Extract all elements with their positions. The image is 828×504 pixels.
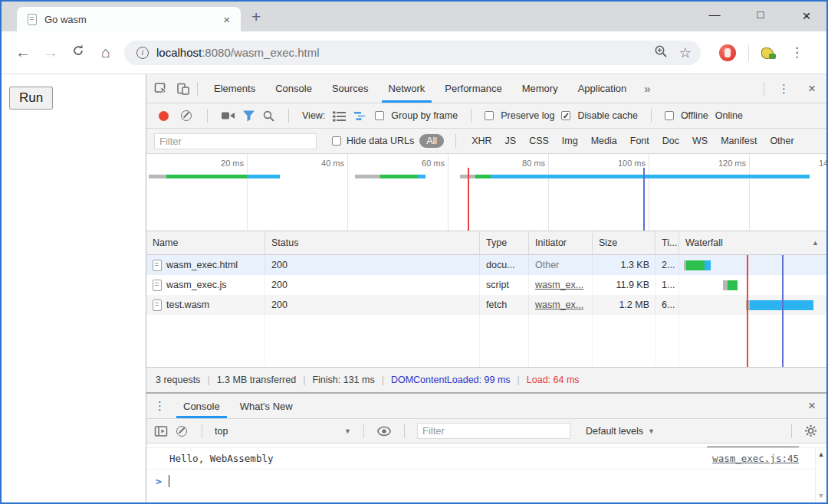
table-row[interactable]: wasm_exec.js 200 script wasm_ex... 11.9 … (146, 275, 826, 295)
tab-performance[interactable]: Performance (435, 74, 511, 103)
zoom-icon[interactable] (653, 44, 669, 62)
drawer-menu-icon[interactable]: ⋮ (146, 399, 173, 413)
extension-stop-icon[interactable] (719, 44, 736, 61)
request-initiator-link[interactable]: wasm_ex... (535, 280, 583, 290)
offline-label[interactable]: Offline (681, 110, 708, 121)
tab-close-icon[interactable]: × (223, 13, 230, 26)
clear-console-icon[interactable] (176, 426, 187, 437)
tab-memory[interactable]: Memory (512, 74, 568, 103)
list-view-icon[interactable] (332, 110, 347, 122)
filter-funnel-icon[interactable] (242, 110, 255, 122)
extension-gopher-icon[interactable] (760, 46, 777, 60)
disable-cache-label[interactable]: Disable cache (577, 110, 638, 121)
divider (207, 109, 208, 123)
column-header-waterfall[interactable]: Waterfall▲ (678, 231, 826, 254)
filter-type-all[interactable]: All (419, 134, 444, 148)
preserve-log-checkbox[interactable] (485, 111, 494, 120)
filter-type-img[interactable]: Img (558, 136, 582, 146)
column-header-status[interactable]: Status (264, 231, 479, 254)
finish-time: Finish: 131 ms (312, 375, 374, 385)
column-header-size[interactable]: Size (592, 231, 655, 254)
forward-icon[interactable]: → (37, 44, 64, 61)
scroll-down-icon[interactable]: ▼ (816, 492, 826, 499)
tab-application[interactable]: Application (568, 74, 637, 103)
throttling-select[interactable]: Online (715, 110, 743, 121)
url-host: localhost (156, 46, 202, 59)
new-tab-button[interactable]: + (251, 8, 261, 26)
filter-type-media[interactable]: Media (587, 136, 621, 146)
minimize-button[interactable]: — (707, 8, 722, 25)
address-bar[interactable]: i localhost:8080/wasm_exec.html ☆ (124, 41, 701, 65)
group-by-frame-label[interactable]: Group by frame (391, 110, 458, 121)
home-icon[interactable]: ⌂ (92, 44, 120, 61)
preserve-log-label[interactable]: Preserve log (501, 110, 554, 121)
network-overview-timeline[interactable]: 20 ms40 ms60 ms80 ms100 ms120 ms140 ms (146, 154, 826, 231)
disable-cache-checkbox[interactable]: ✓ (561, 111, 570, 120)
console-filter-input[interactable] (417, 423, 570, 439)
capture-screenshots-icon[interactable] (221, 110, 235, 121)
window-controls: — □ × (707, 8, 814, 25)
console-prompt-row[interactable]: > (146, 470, 826, 493)
maximize-button[interactable]: □ (753, 8, 768, 25)
tab-elements[interactable]: Elements (204, 74, 265, 103)
back-icon[interactable]: ← (9, 44, 37, 61)
timeline-gridline (548, 154, 549, 231)
table-row[interactable]: wasm_exec.html 200 docu... Other 1.3 KB … (146, 255, 826, 275)
network-filter-input[interactable] (154, 133, 317, 149)
javascript-context-select[interactable]: top ▼ (215, 426, 351, 437)
bookmark-star-icon[interactable]: ☆ (679, 44, 692, 61)
drawer-tab-console[interactable]: Console (173, 394, 230, 418)
browser-tab[interactable]: Go wasm × (17, 7, 241, 31)
console-sidebar-icon[interactable] (154, 425, 168, 437)
search-icon[interactable] (262, 110, 275, 123)
console-messages[interactable]: Hello, WebAssembly wasm_exec.js:45 > ▲ ▼ (146, 443, 826, 503)
column-header-name[interactable]: Name (146, 231, 264, 254)
log-levels-select[interactable]: Default levels ▼ (586, 426, 655, 437)
tab-network[interactable]: Network (379, 74, 435, 103)
filter-type-manifest[interactable]: Manifest (717, 136, 761, 146)
devtools-menu-icon[interactable]: ⋮ (770, 82, 797, 96)
close-window-button[interactable]: × (799, 8, 814, 25)
more-tabs-icon[interactable]: » (636, 82, 658, 95)
console-source-link[interactable]: wasm_exec.js:45 (712, 453, 799, 464)
request-initiator-link[interactable]: wasm_ex... (535, 299, 583, 310)
filter-type-ws[interactable]: WS (688, 136, 711, 146)
hide-data-urls-checkbox[interactable] (332, 136, 341, 146)
filter-type-other[interactable]: Other (766, 136, 797, 146)
group-by-frame-checkbox[interactable] (375, 111, 384, 120)
filter-type-css[interactable]: CSS (525, 136, 553, 146)
tab-favicon-icon (28, 14, 37, 25)
record-button[interactable] (159, 111, 169, 121)
inspect-element-icon[interactable] (154, 82, 169, 96)
clear-icon[interactable] (181, 110, 192, 121)
browser-menu-icon[interactable]: ⋮ (790, 44, 803, 61)
tab-sources[interactable]: Sources (322, 74, 379, 103)
device-toolbar-icon[interactable] (176, 82, 191, 96)
filter-type-doc[interactable]: Doc (659, 136, 683, 146)
column-header-time[interactable]: Ti... (655, 231, 678, 254)
column-header-type[interactable]: Type (479, 231, 528, 254)
filter-type-xhr[interactable]: XHR (468, 136, 495, 146)
console-scrollbar[interactable]: ▲ ▼ (815, 448, 826, 502)
offline-checkbox[interactable] (665, 111, 674, 120)
request-time: 2... (655, 255, 678, 275)
reload-icon[interactable] (64, 44, 92, 61)
drawer-tab-whats-new[interactable]: What's New (230, 394, 303, 418)
live-expression-eye-icon[interactable] (376, 426, 392, 437)
filter-type-font[interactable]: Font (626, 136, 653, 146)
drawer-close-icon[interactable]: × (797, 398, 826, 414)
waterfall-view-icon[interactable] (353, 110, 368, 122)
scroll-up-icon[interactable]: ▲ (816, 450, 826, 458)
devtools-close-icon[interactable]: × (797, 81, 826, 97)
table-row[interactable]: test.wasm 200 fetch wasm_ex... 1.2 MB 6.… (146, 295, 826, 315)
filter-type-js[interactable]: JS (501, 136, 521, 146)
tab-console[interactable]: Console (265, 74, 322, 103)
hide-data-urls-label[interactable]: Hide data URLs (347, 136, 414, 146)
request-status: 200 (264, 255, 479, 275)
console-settings-gear-icon[interactable] (804, 424, 817, 437)
column-header-initiator[interactable]: Initiator (528, 231, 592, 254)
url-text[interactable]: localhost:8080/wasm_exec.html (156, 46, 642, 59)
page-info-icon[interactable]: i (136, 47, 149, 59)
run-button[interactable]: Run (9, 87, 53, 110)
request-type: docu... (479, 255, 528, 275)
